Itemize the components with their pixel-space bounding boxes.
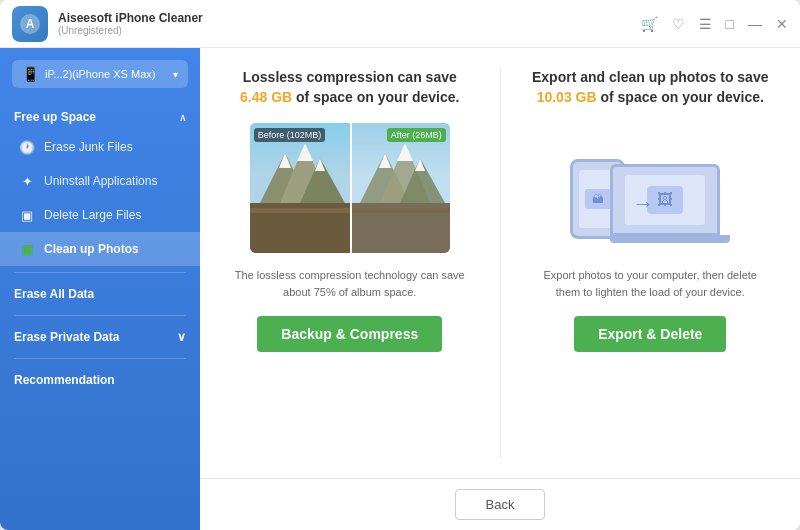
collapse-icon: ∧ <box>179 112 186 123</box>
chevron-down-icon: ▾ <box>173 69 178 80</box>
after-badge: After (26MB) <box>387 128 446 142</box>
cart-icon[interactable]: 🛒 <box>641 16 658 32</box>
chat-icon[interactable]: □ <box>726 16 734 32</box>
sidebar-item-label: Delete Large Files <box>44 208 141 222</box>
window-controls: 🛒 ♡ ☰ □ — ✕ <box>641 16 788 32</box>
divider-3 <box>14 358 186 359</box>
bottom-bar: Back <box>200 478 800 530</box>
before-image <box>250 123 350 253</box>
export-illustration: 🏔 → 🖼 <box>560 123 740 253</box>
free-up-space-label: Free up Space <box>14 110 96 124</box>
device-name: iP...2)(iPhone XS Max) <box>45 68 167 80</box>
back-button[interactable]: Back <box>455 489 546 520</box>
backup-compress-button[interactable]: Backup & Compress <box>257 316 442 352</box>
app-title-block: Aiseesoft iPhone Cleaner (Unregistered) <box>58 11 641 36</box>
minimize-button[interactable]: — <box>748 16 762 32</box>
content-area: Lossless compression can save 6.48 GB of… <box>200 48 800 530</box>
main-layout: 📱 iP...2)(iPhone XS Max) ▾ Free up Space… <box>0 48 800 530</box>
sidebar-erase-all[interactable]: Erase All Data <box>0 279 200 309</box>
laptop-illustration: 🖼 <box>610 164 730 243</box>
export-desc: Export photos to your computer, then del… <box>531 267 771 300</box>
compress-panel: Lossless compression can save 6.48 GB of… <box>230 68 470 458</box>
export-delete-button[interactable]: Export & Delete <box>574 316 726 352</box>
chevron-down-icon: ∨ <box>177 330 186 344</box>
divider-2 <box>14 315 186 316</box>
free-up-space-header[interactable]: Free up Space ∧ <box>0 104 200 130</box>
sidebar-item-erase-junk[interactable]: 🕐 Erase Junk Files <box>0 130 200 164</box>
file-icon: ▣ <box>18 206 36 224</box>
sidebar: 📱 iP...2)(iPhone XS Max) ▾ Free up Space… <box>0 48 200 530</box>
comparison-divider <box>350 123 352 253</box>
app-logo: A <box>12 6 48 42</box>
divider-1 <box>14 272 186 273</box>
panel-divider <box>500 68 501 458</box>
photo-icon: ▣ <box>18 240 36 258</box>
sidebar-item-uninstall-apps[interactable]: ✦ Uninstall Applications <box>0 164 200 198</box>
app-name: Aiseesoft iPhone Cleaner <box>58 11 641 25</box>
sidebar-item-label: Uninstall Applications <box>44 174 157 188</box>
app-window: A Aiseesoft iPhone Cleaner (Unregistered… <box>0 0 800 530</box>
device-selector[interactable]: 📱 iP...2)(iPhone XS Max) ▾ <box>12 60 188 88</box>
sidebar-item-label: Erase Junk Files <box>44 140 133 154</box>
before-badge: Before (102MB) <box>254 128 326 142</box>
after-image <box>350 123 450 253</box>
sidebar-erase-private[interactable]: Erase Private Data ∨ <box>0 322 200 352</box>
comparison-image: Before (102MB) After (26MB) <box>250 123 450 253</box>
svg-text:A: A <box>26 17 35 31</box>
svg-rect-19 <box>350 208 450 213</box>
close-button[interactable]: ✕ <box>776 16 788 32</box>
sidebar-recommendation[interactable]: Recommendation <box>0 365 200 395</box>
device-icon: 📱 <box>22 66 39 82</box>
export-panel: Export and clean up photos to save 10.03… <box>531 68 771 458</box>
sidebar-item-clean-photos[interactable]: ▣ Clean up Photos <box>0 232 200 266</box>
title-bar: A Aiseesoft iPhone Cleaner (Unregistered… <box>0 0 800 48</box>
user-icon[interactable]: ♡ <box>672 16 685 32</box>
compress-title: Lossless compression can save 6.48 GB of… <box>240 68 459 107</box>
apps-icon: ✦ <box>18 172 36 190</box>
content-inner: Lossless compression can save 6.48 GB of… <box>200 48 800 478</box>
sidebar-item-label: Clean up Photos <box>44 242 139 256</box>
svg-rect-10 <box>250 208 350 213</box>
menu-icon[interactable]: ☰ <box>699 16 712 32</box>
photo-on-phone: 🏔 <box>585 189 611 209</box>
transfer-arrow-icon: → <box>632 191 654 217</box>
export-title: Export and clean up photos to save 10.03… <box>531 68 771 107</box>
clock-icon: 🕐 <box>18 138 36 156</box>
compress-desc: The lossless compression technology can … <box>230 267 470 300</box>
sidebar-item-delete-large[interactable]: ▣ Delete Large Files <box>0 198 200 232</box>
app-status: (Unregistered) <box>58 25 641 36</box>
